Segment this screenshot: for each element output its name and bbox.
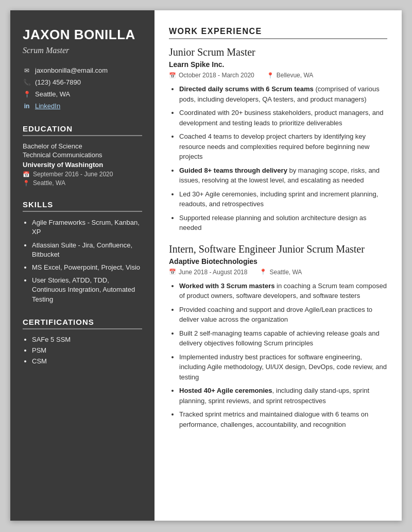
job-2-bullet-5-bold: Hosted 40+ Agile ceremonies: [179, 387, 272, 394]
location-value: Seattle, WA: [35, 90, 70, 98]
job-2-dates: 📅 June 2018 - August 2018: [169, 269, 247, 276]
edu-dates-value: September 2016 - June 2020: [33, 171, 113, 178]
main-content: WORK EXPERIENCE Junior Scrum Master Lear…: [154, 10, 402, 521]
edu-location-value: Seattle, WA: [33, 179, 65, 187]
job-2-cal-icon: 📅: [169, 269, 176, 275]
degree-label: Bachelor of Science: [23, 142, 142, 150]
edu-dates: 📅 September 2016 - June 2020: [23, 171, 142, 178]
job-2-bullet-1: Worked with 3 Scrum masters in coaching …: [179, 281, 387, 301]
job-2: Intern, Software Engineer Junior Scrum M…: [169, 243, 387, 430]
phone-value: (123) 456-7890: [35, 78, 81, 86]
cert-item-2: PSM: [32, 346, 142, 354]
job-1-location-value: Bellevue, WA: [277, 72, 314, 79]
school-label: University of Washington: [23, 161, 142, 169]
skills-section: SKILLS Agile Frameworks - Scrum, Kanban,…: [23, 200, 142, 304]
email-item: ✉ jaxonbonilla@email.com: [23, 66, 142, 74]
job-2-bullet-5: Hosted 40+ Agile ceremonies, including d…: [179, 386, 387, 406]
location-item: 📍 Seattle, WA: [23, 90, 142, 98]
linkedin-link[interactable]: LinkedIn: [35, 102, 60, 110]
edu-pin-icon: 📍: [23, 180, 30, 187]
job-2-bullet-6-rest: Tracked sprint metrics and maintained di…: [179, 410, 368, 428]
job-2-pin-icon: 📍: [260, 269, 267, 275]
job-2-bullet-3: Built 2 self-managing teams capable of a…: [179, 328, 387, 348]
email-value: jaxonbonilla@email.com: [35, 66, 108, 74]
job-1-dates-value: October 2018 - March 2020: [179, 72, 254, 79]
job-1-bullet-2-rest: Coordinated with 20+ business stakeholde…: [179, 109, 383, 127]
job-2-bullet-1-bold: Worked with 3 Scrum masters: [179, 282, 274, 290]
job-2-location-value: Seattle, WA: [269, 269, 302, 276]
job-1-bullet-4-bold: Guided 8+ teams through delivery: [179, 167, 287, 174]
skill-item-2: Atlassian Suite - Jira, Confluence, Bitb…: [32, 241, 142, 259]
linkedin-item[interactable]: in LinkedIn: [23, 102, 142, 110]
job-1-bullet-3: Coached 4 teams to develop project chart…: [179, 131, 387, 162]
job-2-bullet-6: Tracked sprint metrics and maintained di…: [179, 409, 387, 429]
candidate-title: Scrum Master: [23, 46, 142, 55]
job-1-bullet-2: Coordinated with 20+ business stakeholde…: [179, 108, 387, 128]
job-2-bullet-4-rest: Implemented industry best practices for …: [179, 353, 387, 381]
cert-item-1: SAFe 5 SSM: [32, 336, 142, 343]
skills-title: SKILLS: [23, 200, 142, 212]
job-1-company: Learn Spike Inc.: [169, 60, 387, 69]
job-1-bullet-4: Guided 8+ teams through delivery by mana…: [179, 165, 387, 186]
sidebar: JAXON BONILLA Scrum Master ✉ jaxonbonill…: [10, 10, 154, 521]
job-1-bullet-6-rest: Supported release planning and solution …: [179, 214, 367, 232]
job-1-bullet-1-bold: Directed daily scrums with 6 Scrum teams: [179, 85, 314, 93]
skill-item-4: User Stories, ATDD, TDD, Continuous Inte…: [32, 276, 142, 304]
cert-title: CERTIFICATIONS: [23, 318, 142, 329]
certifications-section: CERTIFICATIONS SAFe 5 SSM PSM CSM: [23, 318, 142, 365]
field-label: Technical Communications: [23, 151, 142, 159]
skills-list: Agile Frameworks - Scrum, Kanban, XP Atl…: [23, 218, 142, 304]
email-icon: ✉: [23, 67, 31, 74]
job-2-dates-value: June 2018 - August 2018: [179, 269, 247, 276]
contact-section: ✉ jaxonbonilla@email.com 📞 (123) 456-789…: [23, 66, 142, 110]
job-1-bullet-3-rest: Coached 4 teams to develop project chart…: [179, 132, 369, 160]
job-2-bullet-2: Provided coaching and support and drove …: [179, 305, 387, 325]
skill-item-1: Agile Frameworks - Scrum, Kanban, XP: [32, 218, 142, 237]
job-1-dates: 📅 October 2018 - March 2020: [169, 72, 254, 79]
work-experience-title: WORK EXPERIENCE: [169, 27, 387, 39]
job-1: Junior Scrum Master Learn Spike Inc. 📅 O…: [169, 46, 387, 233]
job-2-bullet-4: Implemented industry best practices for …: [179, 352, 387, 383]
linkedin-icon: in: [23, 103, 31, 110]
resume-container: JAXON BONILLA Scrum Master ✉ jaxonbonill…: [10, 10, 402, 521]
education-section: EDUCATION Bachelor of Science Technical …: [23, 124, 142, 187]
job-2-bullet-2-rest: Provided coaching and support and drove …: [179, 306, 372, 324]
job-1-bullet-6: Supported release planning and solution …: [179, 213, 387, 233]
cert-item-3: CSM: [32, 357, 142, 365]
job-1-bullet-5: Led 30+ Agile ceremonies, including spri…: [179, 189, 387, 209]
location-icon: 📍: [23, 91, 31, 98]
job-2-company: Adaptive Biotechnologies: [169, 257, 387, 265]
education-title: EDUCATION: [23, 124, 142, 136]
job-1-bullet-1: Directed daily scrums with 6 Scrum teams…: [179, 84, 387, 104]
job-1-cal-icon: 📅: [169, 72, 176, 79]
job-2-title: Intern, Software Engineer Junior Scrum M…: [169, 243, 387, 255]
skill-item-3: MS Excel, Powerpoint, Project, Visio: [32, 263, 142, 272]
job-2-location: 📍 Seattle, WA: [260, 269, 302, 276]
job-1-location: 📍 Bellevue, WA: [267, 72, 314, 79]
job-1-pin-icon: 📍: [267, 72, 274, 79]
phone-icon: 📞: [23, 79, 31, 86]
job-2-bullet-3-rest: Built 2 self-managing teams capable of a…: [179, 329, 380, 347]
job-2-meta: 📅 June 2018 - August 2018 📍 Seattle, WA: [169, 269, 387, 276]
cert-list: SAFe 5 SSM PSM CSM: [23, 336, 142, 365]
edu-location: 📍 Seattle, WA: [23, 179, 142, 187]
edu-cal-icon: 📅: [23, 171, 30, 178]
job-1-title: Junior Scrum Master: [169, 46, 387, 58]
candidate-name: JAXON BONILLA: [23, 27, 142, 43]
phone-item: 📞 (123) 456-7890: [23, 78, 142, 86]
job-2-bullets: Worked with 3 Scrum masters in coaching …: [169, 281, 387, 430]
job-1-bullets: Directed daily scrums with 6 Scrum teams…: [169, 84, 387, 233]
job-1-meta: 📅 October 2018 - March 2020 📍 Bellevue, …: [169, 72, 387, 79]
job-1-bullet-5-rest: Led 30+ Agile ceremonies, including spri…: [179, 190, 378, 208]
